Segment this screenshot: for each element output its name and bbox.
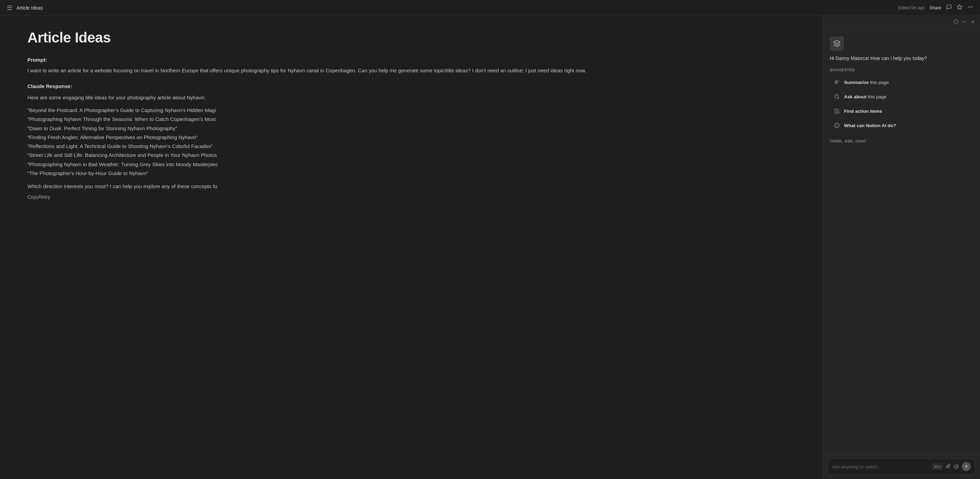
article-list: "Beyond the Postcard: A Photographer's G… <box>27 106 795 178</box>
svg-point-2 <box>970 6 971 8</box>
suggestion-summarize[interactable]: Summarize this page <box>830 75 973 89</box>
more-options-icon[interactable] <box>967 4 973 11</box>
mention-icon[interactable]: @ <box>954 464 959 470</box>
suggestion-action-items[interactable]: Find action items <box>830 104 973 118</box>
article-item-4: "Reflections and Light: A Technical Guid… <box>27 142 795 151</box>
ai-greeting: Hi Danny Maiorca! How can I help you tod… <box>830 56 973 61</box>
topbar-right: Edited 5m ago Share <box>898 4 973 11</box>
attachment-icon[interactable] <box>946 464 951 470</box>
page-title: Article Ideas <box>27 29 795 46</box>
what-can-icon <box>833 121 841 129</box>
ai-input-wrapper: All ▾ @ <box>827 458 975 475</box>
footer-text: Which direction interests you most? I ca… <box>27 182 795 191</box>
prompt-text: I want to write an article for a website… <box>27 66 795 75</box>
star-icon[interactable] <box>957 4 963 11</box>
topbar-title: Article Ideas <box>16 5 43 11</box>
summarize-icon <box>833 78 841 86</box>
main-layout: Article Ideas Prompt: I want to write an… <box>0 16 980 479</box>
article-item-5: "Street Life and Still Life: Balancing A… <box>27 151 795 160</box>
svg-point-8 <box>964 21 965 22</box>
action-items-icon <box>833 107 841 115</box>
ai-panel-header <box>823 16 980 29</box>
menu-icon[interactable]: ☰ <box>7 4 12 12</box>
suggestion-ask-text: Ask about this page <box>844 94 886 99</box>
comment-icon[interactable] <box>946 4 952 11</box>
article-item-2: "Dawn to Dusk: Perfect Timing for Stunni… <box>27 124 795 133</box>
suggestion-summarize-text: Summarize this page <box>844 80 889 85</box>
ai-expand-icon[interactable] <box>953 19 958 26</box>
article-item-1: "Photographing Nyhavn Through the Season… <box>27 115 795 124</box>
suggestion-ask[interactable]: Ask about this page <box>830 90 973 104</box>
suggestion-action-items-text: Find action items <box>844 109 882 114</box>
ai-more-icon[interactable] <box>962 19 967 26</box>
article-item-3: "Finding Fresh Angles: Alternative Persp… <box>27 133 795 142</box>
suggestion-what-can[interactable]: What can Notion AI do? <box>830 118 973 132</box>
ai-think-label: Think, ask, chat <box>830 139 973 143</box>
svg-point-9 <box>966 21 967 22</box>
svg-marker-0 <box>957 5 962 9</box>
ai-input-area: All ▾ @ <box>823 454 980 479</box>
send-button[interactable] <box>962 462 971 471</box>
copyretry-text: CopyRetry <box>27 194 795 200</box>
topbar: ☰ Article Ideas Edited 5m ago Share <box>0 0 980 16</box>
share-button[interactable]: Share <box>929 5 941 10</box>
topbar-left: ☰ Article Ideas <box>7 4 43 12</box>
ai-panel: Hi Danny Maiorca! How can I help you tod… <box>822 16 980 479</box>
article-item-7: "The Photographer's Hour-by-Hour Guide t… <box>27 169 795 178</box>
ai-avatar <box>830 36 844 51</box>
input-all-badge[interactable]: All ▾ <box>932 464 943 470</box>
svg-point-7 <box>963 21 964 22</box>
content-area: Article Ideas Prompt: I want to write an… <box>0 16 822 479</box>
ai-body: Hi Danny Maiorca! How can I help you tod… <box>823 29 980 454</box>
chevron-down-icon: ▾ <box>939 465 941 469</box>
response-label: Claude Response: <box>27 83 795 89</box>
svg-point-3 <box>971 6 972 8</box>
svg-line-17 <box>838 97 839 99</box>
article-item-0: "Beyond the Postcard: A Photographer's G… <box>27 106 795 115</box>
ai-close-icon[interactable] <box>970 19 975 26</box>
svg-point-16 <box>835 94 838 98</box>
svg-point-1 <box>968 6 969 8</box>
ai-chat-input[interactable] <box>832 464 930 469</box>
edited-timestamp: Edited 5m ago <box>898 5 924 10</box>
ask-icon <box>833 93 841 101</box>
prompt-label: Prompt: <box>27 57 795 63</box>
svg-point-20 <box>837 126 837 126</box>
response-intro: Here are some engaging title ideas for y… <box>27 93 795 102</box>
article-item-6: "Photographing Nyhavn in Bad Weather: Tu… <box>27 160 795 169</box>
ai-suggested-label: Suggested <box>830 68 973 72</box>
suggestion-what-can-text: What can Notion AI do? <box>844 123 896 128</box>
